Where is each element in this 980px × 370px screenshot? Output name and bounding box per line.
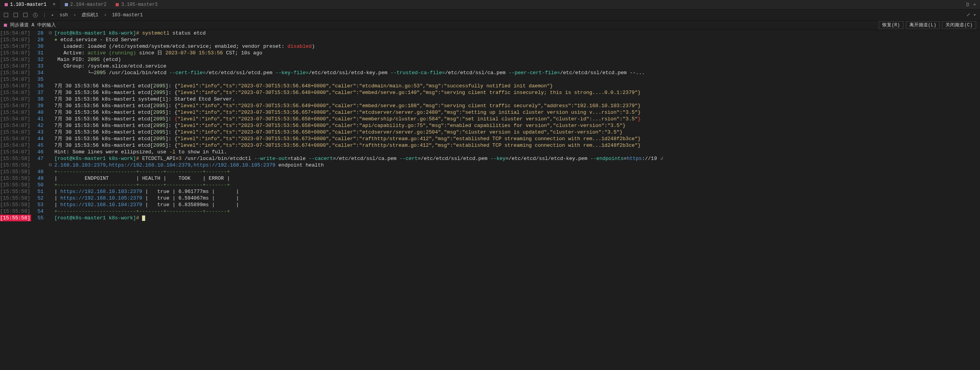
gutter: [47, 102, 54, 109]
gutter: [47, 89, 54, 96]
line-number: 54: [31, 208, 47, 215]
terminal-line: [15:55:58]47 [root@k8s-master1 k8s-work]…: [0, 155, 980, 162]
tab-label: 2.104-master2: [70, 2, 107, 7]
crumb-vm[interactable]: 虚拟机1: [82, 12, 98, 18]
timestamp: [15:54:07]: [0, 129, 31, 135]
dropdown-icon[interactable]: ▾: [973, 12, 976, 18]
terminal-line: [15:54:07]28⊟[root@k8s-master1 k8s-work]…: [0, 30, 980, 36]
line-content: 7月 30 15:53:56 k8s-master1 etcd[2095]: {…: [54, 116, 980, 122]
line-content: | https://192.168.10.103:2379 | true | 6…: [54, 188, 980, 195]
line-content: +--------------------------+--------+---…: [54, 208, 980, 215]
line-content: Loaded: loaded (/etc/systemd/system/etcd…: [54, 43, 980, 50]
panel-icon-2[interactable]: [14, 13, 18, 17]
gutter: ⊟: [47, 30, 54, 36]
timestamp: [15:54:07]: [0, 96, 31, 102]
timestamp: [15:54:07]: [0, 109, 31, 116]
chevron-right-icon: ›: [73, 12, 76, 18]
line-content: └─2095 /usr/local/bin/etcd --cert-file=/…: [54, 69, 980, 76]
terminal-line: [15:55:58]48 +--------------------------…: [0, 168, 980, 175]
gutter: [47, 122, 54, 129]
timestamp: [15:54:07]: [0, 76, 31, 83]
terminal-line: [15:54:07]36 7月 30 15:53:56 k8s-master1 …: [0, 83, 980, 89]
gutter: [47, 182, 54, 188]
line-content: +--------------------------+--------+---…: [54, 182, 980, 188]
line-content: 7月 30 15:53:56 k8s-master1 etcd[2095]: {…: [54, 83, 980, 89]
terminal-line: [15:54:07]30 Loaded: loaded (/etc/system…: [0, 43, 980, 50]
add-tab-icon[interactable]: +: [973, 2, 976, 8]
gutter: [47, 168, 54, 175]
tab-2[interactable]: 2.104-master2: [60, 0, 111, 9]
line-content: +--------------------------+--------+---…: [54, 168, 980, 175]
tab-label: 3.105-master3: [121, 2, 158, 7]
line-number: 31: [31, 50, 47, 56]
gutter: [47, 56, 54, 63]
play-icon[interactable]: ▸: [51, 12, 54, 18]
line-number: 35: [31, 76, 47, 83]
line-number: 55: [31, 215, 47, 221]
terminal[interactable]: [15:54:07]28⊟[root@k8s-master1 k8s-work]…: [0, 30, 980, 221]
line-number: 47: [31, 155, 47, 162]
timestamp: [15:55:58]: [0, 202, 31, 208]
line-number: 52: [31, 195, 47, 202]
line-number: 49: [31, 175, 47, 182]
gutter: [47, 83, 54, 89]
tab-bar: 1.103-master1 × 2.104-master2 3.105-mast…: [0, 0, 980, 10]
line-content: [root@k8s-master1 k8s-work]# ETCDCTL_API…: [54, 155, 980, 162]
gutter: [47, 215, 54, 221]
timestamp: [15:54:07]: [0, 69, 31, 76]
timestamp: [15:54:07]: [0, 122, 31, 129]
panel-icon-1[interactable]: [4, 13, 8, 17]
terminal-line: [15:55:58]54 +--------------------------…: [0, 208, 980, 215]
line-content: Active: active (running) since 日 2023-07…: [54, 50, 980, 56]
line-content: 7月 30 15:53:56 k8s-master1 etcd[2095]: {…: [54, 102, 980, 109]
close-channel-button[interactable]: 关闭频道(C): [942, 21, 976, 29]
terminal-line: [15:54:07]46 Hint: Some lines were ellip…: [0, 149, 980, 155]
gutter: [47, 43, 54, 50]
timestamp: [15:55:58]: [0, 175, 31, 182]
line-number: 36: [31, 83, 47, 89]
panel-icon-3[interactable]: [23, 13, 28, 17]
timestamp: [15:54:07]: [0, 43, 31, 50]
line-content: 7月 30 15:53:56 k8s-master1 systemd[1]: S…: [54, 96, 980, 102]
expand-icon[interactable]: ⤢: [966, 12, 970, 18]
gutter: [47, 142, 54, 149]
crumb-ssh[interactable]: ssh: [59, 12, 68, 18]
gutter: [47, 202, 54, 208]
terminal-line: [15:54:07]41 7月 30 15:53:56 k8s-master1 …: [0, 116, 980, 122]
gutter: [47, 129, 54, 135]
timestamp: [15:55:58]: [0, 208, 31, 215]
line-content: CGroup: /system.slice/etcd.service: [54, 63, 980, 69]
info-icon[interactable]: i: [33, 13, 38, 17]
tabbar-letter[interactable]: D: [966, 2, 969, 8]
leave-channel-button[interactable]: 离开频道(L): [906, 21, 940, 29]
line-number: 40: [31, 109, 47, 116]
restore-button[interactable]: 恢复(R): [879, 21, 904, 29]
tab-1[interactable]: 1.103-master1 ×: [0, 0, 60, 9]
line-number: 38: [31, 96, 47, 102]
gutter: [47, 149, 54, 155]
timestamp: [15:55:58]: [0, 155, 31, 162]
line-number: 46: [31, 149, 47, 155]
line-content: [root@k8s-master1 k8s-work]# systemctl s…: [54, 30, 980, 36]
terminal-line: [15:55:58]52 | https://192.168.10.105:23…: [0, 195, 980, 202]
line-number: 44: [31, 135, 47, 142]
terminal-line: [15:54:07]34 └─2095 /usr/local/bin/etcd …: [0, 69, 980, 76]
terminal-line: [15:55:58]51 | https://192.168.10.103:23…: [0, 188, 980, 195]
terminal-line: [15:54:07]39 7月 30 15:53:56 k8s-master1 …: [0, 102, 980, 109]
timestamp: [15:54:07]: [0, 142, 31, 149]
timestamp: [15:55:58]: [0, 195, 31, 202]
gutter: [47, 109, 54, 116]
gutter: [47, 50, 54, 56]
terminal-line: [15:55:58]53 | https://192.168.10.104:23…: [0, 202, 980, 208]
line-number: 50: [31, 182, 47, 188]
close-icon[interactable]: ×: [53, 2, 56, 7]
timestamp: [15:54:07]: [0, 63, 31, 69]
gutter: [47, 69, 54, 76]
terminal-line: [15:54:07]44 7月 30 15:53:56 k8s-master1 …: [0, 135, 980, 142]
terminal-line: [15:54:07]43 7月 30 15:53:56 k8s-master1 …: [0, 129, 980, 135]
terminal-line: [15:55:58]49 | ENDPOINT | HEALTH | TOOK …: [0, 175, 980, 182]
gutter: [47, 135, 54, 142]
crumb-host[interactable]: 103-master1: [112, 12, 143, 18]
timestamp: [15:54:07]: [0, 30, 31, 36]
tab-3[interactable]: 3.105-master3: [111, 0, 162, 9]
